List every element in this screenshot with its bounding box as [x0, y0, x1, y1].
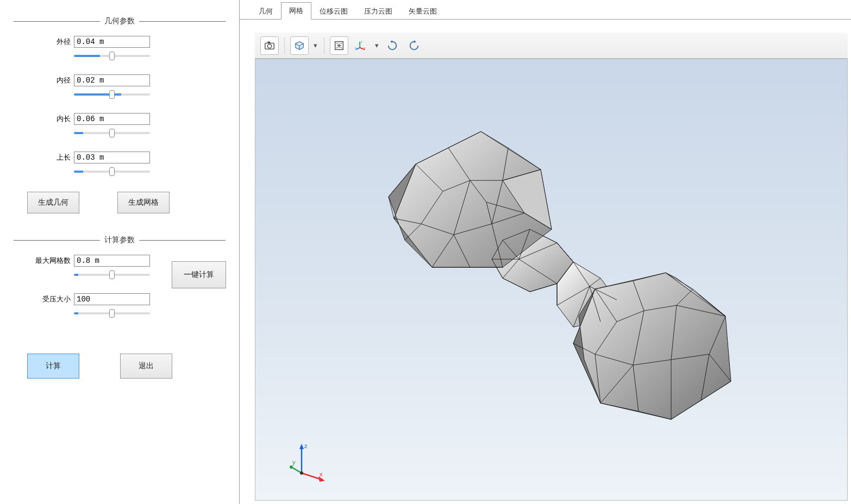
inner-length-row: 内长: [14, 113, 226, 125]
rotate-ccw-icon[interactable]: [405, 36, 423, 55]
tab-mesh[interactable]: 网格: [281, 2, 311, 20]
max-mesh-label: 最大网格数: [30, 256, 71, 266]
inner-radius-input[interactable]: [74, 74, 150, 86]
fit-view-icon[interactable]: [330, 36, 348, 55]
tab-displacement[interactable]: 位移云图: [311, 3, 356, 20]
upper-length-row: 上长: [14, 152, 226, 163]
geometry-group-title: 几何参数: [14, 16, 226, 26]
tab-geometry[interactable]: 几何: [251, 3, 281, 20]
svg-point-24: [300, 471, 303, 475]
axis-triad: z x y: [288, 440, 331, 484]
upper-length-slider[interactable]: [74, 167, 150, 177]
svg-marker-19: [299, 444, 304, 449]
left-panel: 几何参数 外径 内径 内长 上长 生成几何 生成网格 计算参数: [0, 0, 239, 504]
rotate-cw-icon[interactable]: [383, 36, 402, 55]
pressure-row: 受压大小: [14, 293, 150, 305]
geometry-title-label: 几何参数: [104, 16, 135, 26]
upper-length-input[interactable]: [74, 152, 150, 163]
one-click-calc-button[interactable]: 一键计算: [172, 261, 226, 288]
inner-length-input[interactable]: [74, 113, 150, 125]
view-tabs: 几何 网格 位移云图 压力云图 矢量云图: [240, 0, 851, 20]
camera-icon[interactable]: [260, 36, 279, 55]
svg-line-6: [356, 47, 360, 49]
upper-length-label: 上长: [41, 153, 71, 162]
svg-point-1: [267, 44, 271, 48]
svg-point-23: [290, 465, 293, 469]
axis-z-label: z: [304, 443, 308, 449]
axes-dropdown[interactable]: ▾: [373, 36, 380, 55]
cube-view-icon[interactable]: [290, 36, 309, 55]
axis-x-label: x: [320, 471, 323, 477]
right-panel: 几何 网格 位移云图 压力云图 矢量云图 ▾ z x y ▾: [239, 0, 851, 504]
outer-radius-slider[interactable]: [74, 51, 150, 61]
svg-text:y: y: [355, 46, 356, 49]
mesh-render: [340, 99, 764, 446]
viewport-toolbar: ▾ z x y ▾: [255, 33, 848, 59]
svg-line-20: [302, 473, 322, 480]
inner-length-label: 内长: [41, 114, 71, 124]
pressure-slider[interactable]: [74, 308, 150, 318]
outer-radius-input[interactable]: [74, 36, 150, 48]
exit-button[interactable]: 退出: [120, 354, 172, 379]
generate-mesh-button[interactable]: 生成网格: [117, 192, 170, 213]
svg-text:z: z: [361, 40, 362, 43]
axis-y-label: y: [292, 459, 296, 465]
pressure-input[interactable]: [74, 293, 150, 305]
max-mesh-slider[interactable]: [74, 270, 150, 280]
outer-radius-row: 外径: [14, 36, 226, 48]
inner-radius-slider[interactable]: [74, 90, 150, 99]
tab-pressure[interactable]: 压力云图: [356, 3, 401, 20]
inner-radius-label: 内径: [41, 75, 71, 85]
svg-rect-2: [267, 41, 270, 43]
svg-marker-15: [573, 273, 731, 419]
calc-group-title: 计算参数: [14, 235, 226, 245]
axes-icon[interactable]: z x y: [352, 36, 370, 55]
calc-title-label: 计算参数: [104, 235, 135, 245]
max-mesh-row: 最大网格数: [14, 255, 150, 267]
mesh-viewport[interactable]: z x y: [255, 59, 848, 501]
outer-radius-label: 外径: [41, 37, 71, 47]
max-mesh-input[interactable]: [74, 255, 150, 267]
calculate-button[interactable]: 计算: [27, 354, 79, 379]
generate-geometry-button[interactable]: 生成几何: [27, 192, 79, 213]
pressure-label: 受压大小: [30, 294, 71, 304]
tab-vector[interactable]: 矢量云图: [401, 3, 445, 20]
cube-view-dropdown[interactable]: ▾: [312, 36, 318, 55]
svg-text:x: x: [364, 46, 366, 49]
inner-radius-row: 内径: [14, 74, 226, 86]
inner-length-slider[interactable]: [74, 128, 150, 138]
